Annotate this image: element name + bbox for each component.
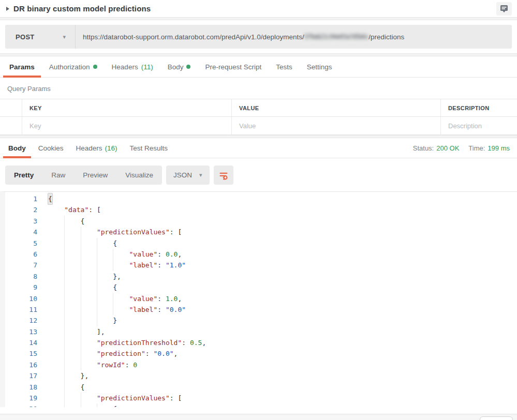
indent-guide [48, 382, 64, 393]
line-number: 5 [5, 238, 37, 249]
indent-guide [64, 260, 80, 271]
indent-guide [97, 249, 113, 260]
checkbox-column [0, 99, 22, 116]
scroll-widget[interactable] [480, 416, 513, 420]
value-input[interactable] [239, 122, 433, 130]
indent-guide [81, 337, 97, 348]
code-line-content: } [37, 315, 117, 326]
code-line: 14"predictionThreshold": 0.5, [5, 337, 517, 348]
time-value[interactable]: 199 ms [488, 144, 510, 152]
indent-guide [48, 227, 64, 237]
code-token: "predictionValues" [97, 227, 170, 237]
code-lines: 1{2"data": [3{4"predictionValues": [5{6"… [5, 193, 517, 407]
code-token: "0.0" [166, 304, 186, 315]
description-input[interactable] [448, 122, 510, 130]
code-line: 4"predictionValues": [ [5, 227, 517, 237]
code-line: 8}, [5, 271, 517, 282]
code-line: 13], [5, 326, 517, 337]
line-number: 11 [5, 304, 37, 315]
status-label: Status: [413, 144, 434, 152]
indent-guide [81, 238, 97, 249]
url-input[interactable]: https://datarobot-support.orm.datarobot.… [76, 25, 512, 49]
indent-guide [48, 304, 64, 315]
line-number: 16 [5, 359, 37, 370]
response-header: Body Cookies Headers (16) Test Results S… [0, 138, 517, 158]
code-line-content: }, [37, 370, 88, 381]
indent-guide [81, 260, 97, 271]
tab-settings[interactable]: Settings [300, 56, 339, 77]
response-body-editor[interactable]: 1{2"data": [3{4"predictionValues": [5{6"… [0, 191, 517, 407]
view-visualize-button[interactable]: Visualize [116, 166, 162, 185]
language-dropdown[interactable]: JSON ▾ [166, 166, 210, 185]
code-line: 6"value": 0.0, [5, 249, 517, 260]
column-header-key: KEY [22, 99, 231, 116]
headers-count: (11) [141, 63, 153, 71]
code-line-content: { [37, 282, 117, 293]
wrap-text-button[interactable] [214, 166, 233, 185]
indent-guide [97, 238, 113, 249]
code-token: : [145, 348, 154, 359]
code-token: "0.0" [153, 348, 173, 359]
tab-params[interactable]: Params [2, 56, 42, 77]
code-line: 9{ [5, 282, 517, 293]
response-tab-body[interactable]: Body [2, 138, 32, 158]
code-token: 1.0 [166, 293, 178, 304]
indent-guide [48, 293, 64, 304]
indent-guide [48, 260, 64, 271]
indent-guide [97, 403, 113, 407]
tab-tests[interactable]: Tests [269, 56, 300, 77]
code-token: ], [97, 326, 105, 337]
code-token: "label" [129, 260, 157, 271]
line-number: 14 [5, 337, 37, 348]
key-input[interactable] [29, 122, 224, 130]
code-token: { [113, 238, 117, 249]
status-value[interactable]: 200 OK [436, 144, 459, 152]
chevron-down-icon: ▾ [63, 34, 66, 40]
code-token: 0.5 [190, 337, 202, 348]
response-tab-test-results[interactable]: Test Results [124, 138, 174, 158]
chevron-down-icon: ▾ [199, 172, 202, 178]
code-token: : [157, 293, 166, 304]
tab-headers[interactable]: Headers (11) [105, 56, 160, 77]
indent-guide [81, 271, 97, 282]
line-number: 3 [5, 216, 37, 227]
comment-button[interactable] [496, 2, 512, 16]
response-tab-headers[interactable]: Headers (16) [70, 138, 124, 158]
indent-guide [113, 249, 129, 260]
code-line-content: { [37, 193, 52, 204]
view-raw-button[interactable]: Raw [42, 166, 74, 185]
view-preview-button[interactable]: Preview [74, 166, 116, 185]
response-tab-cookies[interactable]: Cookies [32, 138, 70, 158]
code-token: { [113, 403, 117, 407]
code-line: 20{ [5, 403, 517, 407]
request-header: DR binary custom model predictions [0, 0, 517, 17]
collapse-caret-icon[interactable] [6, 7, 9, 11]
indent-guide [81, 315, 97, 326]
line-number: 17 [5, 370, 37, 381]
tab-label: Tests [276, 63, 292, 71]
indent-guide [48, 326, 64, 337]
indent-guide [64, 359, 80, 370]
indent-guide [64, 393, 80, 403]
line-number: 19 [5, 393, 37, 403]
indent-guide [64, 382, 80, 393]
code-line: 3{ [5, 216, 517, 227]
code-token: , [178, 249, 182, 260]
view-pretty-button[interactable]: Pretty [5, 166, 42, 185]
method-dropdown[interactable]: POST ▾ [5, 25, 76, 49]
tab-body[interactable]: Body [160, 56, 198, 77]
headers-count: (16) [105, 144, 117, 152]
params-table-header: KEY VALUE DESCRIPTION [0, 99, 517, 116]
indent-guide [81, 293, 97, 304]
indent-guide [48, 337, 64, 348]
tab-label: Authorization [49, 63, 90, 71]
code-token: : [ [170, 393, 182, 403]
tab-pre-request-script[interactable]: Pre-request Script [198, 56, 269, 77]
tab-label: Headers [112, 63, 138, 71]
code-line: 2"data": [ [5, 204, 517, 215]
tab-label: Body [8, 144, 26, 152]
code-line-content: { [37, 382, 84, 393]
tab-authorization[interactable]: Authorization [42, 56, 105, 77]
wrap-text-icon [218, 170, 229, 181]
code-token: "data" [64, 204, 88, 215]
